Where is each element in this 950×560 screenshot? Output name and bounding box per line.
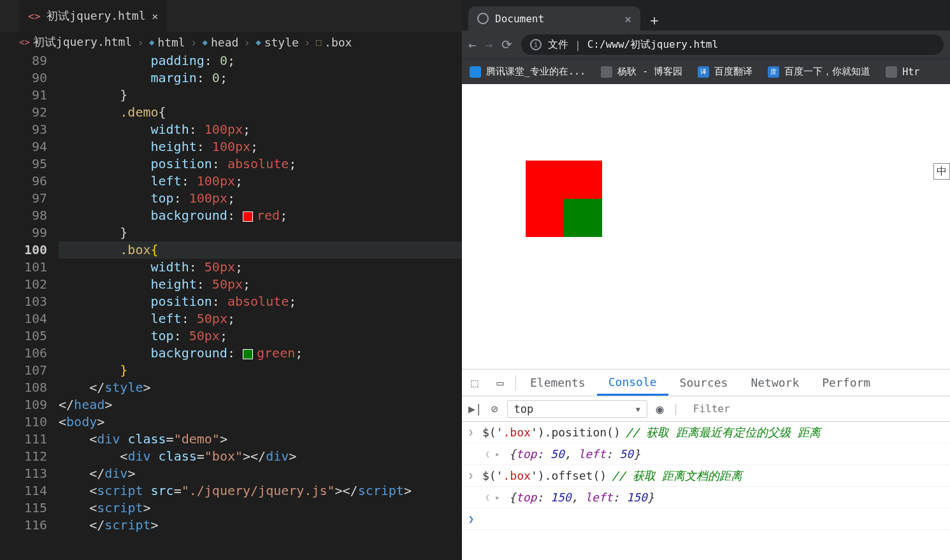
- editor-tab-bar: <> 初试jquery.html ✕: [0, 0, 462, 32]
- inspect-icon[interactable]: ⬚: [462, 376, 487, 389]
- close-tab-icon[interactable]: ✕: [152, 10, 158, 22]
- browser-tab[interactable]: Document ✕: [468, 6, 640, 31]
- source-text[interactable]: padding: 0; margin: 0; } .demo{ width: 1…: [59, 52, 462, 560]
- breadcrumbs[interactable]: <>初试jquery.html› ◆html› ◆head› ◆style› ⬚…: [0, 32, 462, 52]
- devtools-tab-perform[interactable]: Perform: [810, 370, 882, 396]
- back-button[interactable]: ←: [468, 37, 476, 52]
- devtools-tabs: ⬚ ▭ ElementsConsoleSourcesNetworkPerform: [462, 370, 950, 396]
- line-gutter: 8990919293949596979899100101102103104105…: [0, 52, 59, 560]
- site-info-icon[interactable]: i: [530, 39, 542, 50]
- inner-box: [564, 199, 602, 237]
- browser-window: Document ✕ ＋ ← → ⟳ i 文件 | C:/www/初试jquer…: [462, 0, 950, 560]
- ime-indicator[interactable]: 中: [933, 163, 950, 180]
- context-select[interactable]: top: [507, 400, 647, 418]
- page-viewport: 中: [462, 84, 950, 369]
- filter-input[interactable]: [693, 403, 827, 415]
- code-editor: <> 初试jquery.html ✕ <>初试jquery.html› ◆htm…: [0, 0, 462, 560]
- devtools-tab-elements[interactable]: Elements: [519, 370, 597, 396]
- browser-tab-strip: Document ✕ ＋: [462, 0, 950, 31]
- url-scheme: 文件: [548, 38, 568, 52]
- console-row[interactable]: ❯ ▸{top: 50, left: 50}: [462, 443, 950, 465]
- console-row[interactable]: ❯ ▸{top: 150, left: 150}: [462, 487, 950, 508]
- bookmark[interactable]: 腾讯课堂_专业的在...: [470, 66, 586, 78]
- bookmark[interactable]: 杨耿 - 博客园: [601, 66, 682, 78]
- browser-toolbar: ← → ⟳ i 文件 | C:/www/初试jquery.html: [462, 31, 950, 59]
- devtools: ⬚ ▭ ElementsConsoleSourcesNetworkPerform…: [462, 369, 950, 560]
- tab-filename: 初试jquery.html: [47, 8, 145, 24]
- console-prompt[interactable]: ❯: [462, 508, 950, 530]
- devtools-tab-console[interactable]: Console: [597, 370, 668, 396]
- editor-tab[interactable]: <> 初试jquery.html ✕: [19, 0, 167, 32]
- url-path: C:/www/初试jquery.html: [587, 38, 718, 52]
- devtools-tab-sources[interactable]: Sources: [668, 370, 740, 396]
- device-toolbar-icon[interactable]: ▭: [487, 376, 513, 389]
- reload-button[interactable]: ⟳: [501, 37, 512, 52]
- bookmarks-bar: 腾讯课堂_专业的在...杨耿 - 博客园译百度翻译度百度一下，你就知道Htr: [462, 59, 950, 84]
- sidebar-toggle-icon[interactable]: ▶|: [468, 402, 482, 415]
- bookmark[interactable]: Htr: [886, 66, 919, 78]
- code-area[interactable]: 8990919293949596979899100101102103104105…: [0, 52, 462, 560]
- devtools-tab-network[interactable]: Network: [739, 370, 810, 396]
- forward-button[interactable]: →: [485, 37, 493, 52]
- demo-box: [526, 161, 602, 237]
- console-row[interactable]: ❯$('.box').offset() // 获取 距离文档的距离: [462, 465, 950, 487]
- html-file-icon: <>: [28, 10, 40, 22]
- address-bar[interactable]: i 文件 | C:/www/初试jquery.html: [521, 34, 944, 55]
- live-expression-icon[interactable]: ◉: [656, 401, 664, 417]
- bookmark[interactable]: 译百度翻译: [698, 66, 752, 78]
- browser-tab-title: Document: [495, 13, 544, 25]
- new-tab-button[interactable]: ＋: [644, 10, 665, 31]
- bookmark[interactable]: 度百度一下，你就知道: [768, 66, 870, 78]
- globe-icon: [477, 13, 489, 24]
- console-row[interactable]: ❯$('.box').position() // 获取 距离最近有定位的父级 距…: [462, 422, 950, 443]
- console-output[interactable]: ❯$('.box').position() // 获取 距离最近有定位的父级 距…: [462, 422, 950, 560]
- clear-console-icon[interactable]: ⊘: [491, 402, 498, 415]
- console-toolbar: ▶| ⊘ top ◉ |: [462, 396, 950, 422]
- close-icon[interactable]: ✕: [624, 12, 631, 25]
